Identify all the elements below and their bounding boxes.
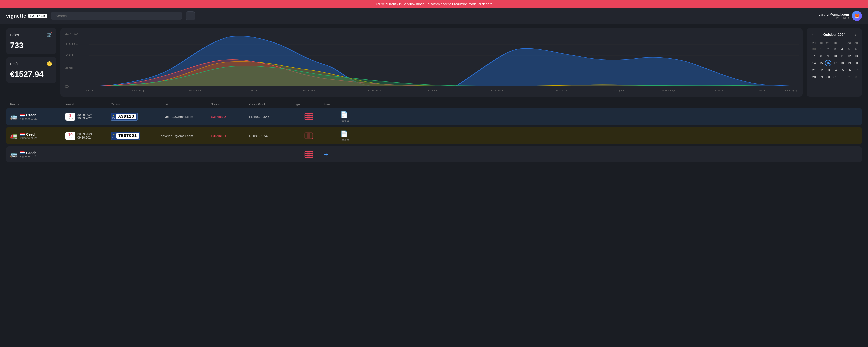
- svg-text:Oct: Oct: [246, 89, 257, 92]
- cal-day-16-today[interactable]: 16: [825, 60, 831, 66]
- avatar[interactable]: 🦊: [852, 11, 862, 21]
- czech-flag-2: [20, 133, 25, 136]
- user-info: partner@gmail.com PARTNER: [818, 12, 849, 19]
- period-label-1: DAYS: [67, 118, 73, 120]
- cal-day-11[interactable]: 11: [839, 53, 845, 59]
- filter-button[interactable]: [186, 11, 195, 20]
- period-num-2: 10: [67, 133, 73, 137]
- eu-plate-2: ★ PL TEST001: [111, 132, 140, 140]
- product-code-2: vignette-cz-2b: [20, 136, 37, 139]
- period-dates-1: 30.09.2024 30.09.2024: [78, 113, 92, 120]
- cal-day-10[interactable]: 10: [832, 53, 838, 59]
- cal-day-19[interactable]: 19: [846, 60, 852, 66]
- cal-day-18[interactable]: 18: [839, 60, 845, 66]
- cal-day-25[interactable]: 25: [839, 67, 845, 74]
- cal-day-30[interactable]: 30: [825, 74, 831, 81]
- sales-header: Sales 🛒: [10, 32, 52, 38]
- period-cell-2: 10 DAYS 30.09.2024 09.10.2024: [65, 132, 111, 140]
- product-code-1: vignette-cz-2a: [20, 117, 37, 120]
- period-num-1: 1: [67, 114, 73, 118]
- stats-column: Sales 🛒 733 Profit 🪙 €1527.94: [6, 28, 56, 96]
- cal-day-8[interactable]: 8: [818, 53, 824, 59]
- cal-day-30-prev[interactable]: 30: [811, 46, 817, 52]
- svg-text:70: 70: [64, 54, 73, 57]
- period-badge-1: 1 DAYS: [65, 113, 75, 121]
- eu-plate-1: ★ PL ASD123: [111, 113, 137, 121]
- cal-day-2-next[interactable]: 2: [846, 74, 852, 81]
- cal-day-24[interactable]: 24: [832, 67, 838, 74]
- cal-day-15[interactable]: 15: [818, 60, 824, 66]
- receipt-button-1[interactable]: 📄 Receipt: [324, 111, 364, 122]
- profit-card: Profit 🪙 €1527.94: [6, 57, 56, 83]
- cal-day-28[interactable]: 28: [811, 74, 817, 81]
- header: vignette PARTNER partner@gmail.com PARTN…: [0, 8, 868, 24]
- add-file-button[interactable]: +: [324, 150, 364, 158]
- col-product: Product: [10, 103, 65, 106]
- svg-text:May: May: [661, 89, 675, 92]
- calendar-prev-button[interactable]: ‹: [811, 32, 815, 37]
- receipt-button-2[interactable]: 📄 Receipt: [324, 130, 364, 141]
- eu-flag-stripe-1: ★ PL: [112, 114, 115, 119]
- vignette-type-3: [294, 149, 324, 160]
- cal-day-5[interactable]: 5: [846, 46, 852, 52]
- cal-day-17[interactable]: 17: [832, 60, 838, 66]
- cal-day-1-next[interactable]: 1: [839, 74, 845, 81]
- calendar-title: October 2024: [823, 33, 846, 37]
- cal-day-12[interactable]: 12: [846, 53, 852, 59]
- svg-text:Sep: Sep: [188, 89, 202, 92]
- cal-day-4[interactable]: 4: [839, 46, 845, 52]
- cal-day-3[interactable]: 3: [832, 46, 838, 52]
- svg-text:Dec: Dec: [368, 89, 381, 92]
- svg-text:Jun: Jun: [711, 89, 723, 92]
- cal-day-2[interactable]: 2: [825, 46, 831, 52]
- table-row: 🚌 Czech vignette-cz-2a 1 DAYS 30.09.2024…: [6, 108, 862, 125]
- money-icon: 🪙: [47, 61, 52, 67]
- period-badge-2: 10 DAYS: [65, 132, 75, 140]
- filter-icon: [188, 14, 192, 18]
- table-row: 🚛 Czech vignette-cz-2b 10 DAYS 30.09.202…: [6, 127, 862, 144]
- period-datefrom-1: 30.09.2024: [78, 113, 92, 117]
- vignette-icon-3: [304, 149, 314, 160]
- cal-day-31[interactable]: 31: [832, 74, 838, 81]
- cal-day-23[interactable]: 23: [825, 67, 831, 74]
- search-input[interactable]: [51, 11, 182, 20]
- cal-day-22[interactable]: 22: [818, 67, 824, 74]
- cal-day-21[interactable]: 21: [811, 67, 817, 74]
- col-type: Type: [294, 103, 324, 106]
- sales-value: 733: [10, 41, 52, 50]
- cal-day-9[interactable]: 9: [825, 53, 831, 59]
- cart-icon: 🛒: [47, 32, 52, 38]
- plate-number-1: ASD123: [116, 114, 136, 119]
- period-label-2: DAYS: [67, 137, 73, 139]
- period-cell-1: 1 DAYS 30.09.2024 30.09.2024: [65, 113, 111, 121]
- svg-text:Apr: Apr: [613, 89, 625, 92]
- table-section: Product Period Car info Email Status Pri…: [0, 100, 868, 169]
- cal-day-1[interactable]: 1: [818, 46, 824, 52]
- cal-day-13[interactable]: 13: [853, 53, 860, 59]
- cal-day-6[interactable]: 6: [853, 46, 860, 52]
- svg-text:105: 105: [64, 42, 78, 45]
- cal-day-3-next[interactable]: 3: [853, 74, 860, 81]
- vignette-type-2: [294, 131, 324, 141]
- cal-day-7[interactable]: 7: [811, 53, 817, 59]
- calendar-header: ‹ October 2024 ›: [811, 32, 858, 37]
- product-info-1: Czech vignette-cz-2a: [20, 113, 37, 120]
- cal-day-29[interactable]: 29: [818, 74, 824, 81]
- status-badge-2: EXPIRED: [211, 134, 226, 138]
- product-icon-1: 🚌: [10, 113, 18, 120]
- cal-day-20[interactable]: 20: [853, 60, 860, 66]
- period-dateto-2: 09.10.2024: [78, 136, 92, 139]
- svg-text:140: 140: [64, 32, 78, 35]
- profit-value: €1527.94: [10, 70, 52, 79]
- user-email: partner@gmail.com: [818, 12, 849, 16]
- calendar-next-button[interactable]: ›: [854, 32, 858, 37]
- cal-day-14[interactable]: 14: [811, 60, 817, 66]
- cal-day-26[interactable]: 26: [846, 67, 852, 74]
- sandbox-banner[interactable]: You're currently in Sandbox mode. To swi…: [0, 0, 868, 8]
- product-cell-3: 🚌 Czech vignette-cz-2c: [10, 151, 65, 158]
- car-cell-2: ★ PL TEST001: [111, 132, 161, 140]
- status-badge-1: EXPIRED: [211, 115, 226, 119]
- vignette-icon-1: [304, 112, 314, 122]
- cal-day-27[interactable]: 27: [853, 67, 860, 74]
- logo-text: vignette: [6, 13, 26, 19]
